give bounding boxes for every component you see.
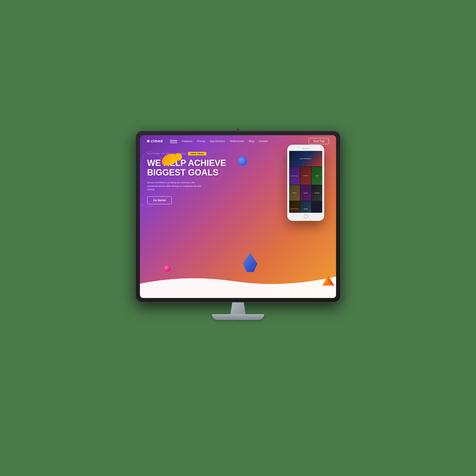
movie-tile-3: TRESPASS [300,167,311,185]
monitor-wrapper: zimed Home Features Pricing App Screens … [131,131,345,345]
movie-label-5: SPLIT [289,192,300,194]
movie-label-9: OGAN [300,208,311,210]
nav-contact[interactable]: Contact [259,140,268,143]
monitor-stand [212,302,264,320]
movie-label-8: A MONSTER CALLS [289,208,300,209]
logo-text: zimed [151,139,163,143]
hero-title-line1: WE HELP ACHIEVE [147,158,238,168]
camera-dot [237,129,239,130]
movie-label-2: GHOST SHELL [289,175,300,176]
white-wave-decoration [140,270,336,298]
movie-tile-8: A MONSTER CALLS [289,201,300,213]
movie-tile-9: OGAN [300,201,311,213]
nav-pricing[interactable]: Pricing [197,140,205,143]
nav-home[interactable]: Home [170,139,177,143]
hero-content-left: WELCOME TO SEO BUSINESS FREE TRIAL WE HE… [147,152,238,204]
monitor-bezel: zimed Home Features Pricing App Screens … [140,135,336,298]
nav-app-screens[interactable]: App Screens [210,140,225,143]
phone-screen: SAN FRANCISCO GHOST SHELL TRESPASS LIFE [289,151,322,213]
movie-label-4: LIFE [311,175,322,177]
stand-neck [228,302,248,314]
geometric-shape-blue [242,252,258,274]
movie-tile-2: GHOST SHELL [289,167,300,185]
movie-label-3: TRESPASS [300,175,311,176]
nav-blog[interactable]: Blog [249,140,254,143]
screen: zimed Home Features Pricing App Screens … [140,135,336,298]
apple-logo:  [237,319,239,324]
phone-mockup-container: SAN FRANCISCO GHOST SHELL TRESPASS LIFE [287,145,324,221]
movie-label-1: SAN FRANCISCO [289,158,322,159]
movie-tile-4: LIFE [311,167,322,185]
logo[interactable]: zimed [147,139,163,143]
hero-description: We are committed to providing our custom… [147,181,204,191]
sphere-decoration-pink [164,265,170,272]
svg-marker-5 [243,253,257,272]
movie-tile-7: LOGAN [311,185,322,201]
movie-tile-1: SAN FRANCISCO [289,151,322,166]
navbar: zimed Home Features Pricing App Screens … [140,135,336,147]
monitor-body: zimed Home Features Pricing App Screens … [136,131,340,302]
nav-features[interactable]: Features [182,140,192,143]
hero-title: WE HELP ACHIEVE BIGGEST GOALS [147,158,238,177]
phone-speaker [302,148,309,149]
movie-tile-6: ALITA [300,185,311,201]
nav-links: Home Features Pricing App Screens Testim… [170,139,309,143]
movie-label-7: LOGAN [311,192,322,194]
phone-home-button [304,214,308,219]
sphere-decoration-blue [238,157,247,166]
get-started-button[interactable]: Get Started [147,196,172,204]
movie-tile-5: SPLIT [289,185,300,201]
logo-dot [147,140,150,142]
start-trial-button[interactable]: Start Trial [309,138,329,144]
nav-testimonials[interactable]: Testimonials [230,140,244,143]
free-trial-badge: FREE TRIAL [188,152,206,155]
hero-subtitle-row: WELCOME TO SEO BUSINESS FREE TRIAL [147,152,238,155]
hero-title-line2: BIGGEST GOALS [147,168,238,177]
phone-mockup: SAN FRANCISCO GHOST SHELL TRESPASS LIFE [287,145,324,221]
movie-label-6: ALITA [300,192,311,194]
